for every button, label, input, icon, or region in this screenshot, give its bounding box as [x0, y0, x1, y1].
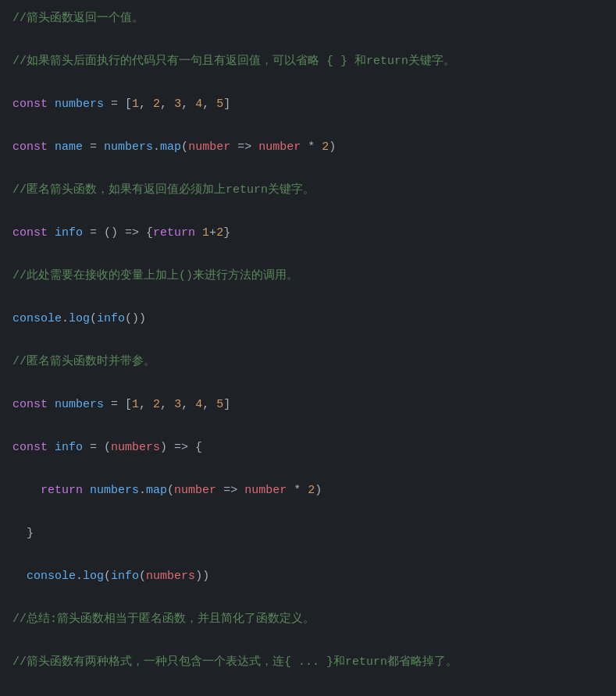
line-blank-8: [12, 330, 604, 352]
line-blank-6: [12, 244, 604, 266]
line-blank-13: [12, 545, 604, 566]
line-blank-14: [12, 588, 604, 609]
line-19: const numbers = [1, 2, 3, 4, 5]: [12, 394, 604, 416]
line-blank-12: [12, 502, 604, 524]
line-17: //匿名箭头函数时并带参。: [12, 351, 604, 373]
line-blank-3: [12, 115, 604, 137]
line-23: return numbers.map(number => number * 2): [12, 480, 604, 502]
line-3: //如果箭头后面执行的代码只有一句且有返回值，可以省略 { } 和return关…: [12, 51, 604, 73]
line-blank-2: [12, 73, 604, 94]
line-29: //总结:箭头函数相当于匿名函数，并且简化了函数定义。: [12, 609, 604, 630]
line-blank-7: [12, 287, 604, 309]
line-blank-9: [12, 373, 604, 395]
line-9: //匿名箭头函数，如果有返回值必须加上return关键字。: [12, 179, 604, 201]
line-5: const numbers = [1, 2, 3, 4, 5]: [12, 94, 604, 115]
line-11: const info = () => {return 1+2}: [12, 222, 604, 244]
line-blank-15: [12, 630, 604, 652]
line-7: const name = numbers.map(number => numbe…: [12, 137, 604, 158]
line-15: console.log(info()): [12, 308, 604, 330]
line-blank-11: [12, 459, 604, 481]
line-blank-16: [12, 673, 604, 695]
line-27: console.log(info(numbers)): [12, 566, 604, 588]
code-container: //箭头函数返回一个值。 //如果箭头后面执行的代码只有一句且有返回值，可以省略…: [0, 0, 616, 696]
line-blank-4: [12, 158, 604, 180]
line-1: //箭头函数返回一个值。: [12, 8, 604, 30]
line-13: //此处需要在接收的变量上加上()来进行方法的调用。: [12, 265, 604, 287]
line-blank-10: [12, 416, 604, 438]
line-21: const info = (numbers) => {: [12, 437, 604, 459]
line-31: //箭头函数有两种格式，一种只包含一个表达式，连{ ... }和return都省…: [12, 652, 604, 673]
line-blank-1: [12, 30, 604, 51]
line-blank-5: [12, 201, 604, 223]
line-25: }: [12, 523, 604, 545]
